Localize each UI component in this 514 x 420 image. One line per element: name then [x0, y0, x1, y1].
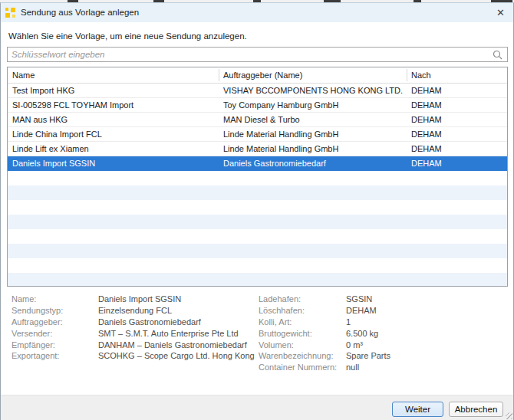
weiter-button[interactable]: Weiter [392, 402, 443, 417]
abbrechen-button[interactable]: Abbrechen [449, 402, 503, 417]
detail-value: 1 [346, 317, 351, 326]
table-row[interactable]: Test Import HKG VISHAY BCCOMPONENTS HONG… [8, 84, 507, 98]
empty-row [8, 258, 507, 273]
dialog-footer: Weiter Abbrechen [1, 395, 513, 420]
detail-value: SGSIN [346, 294, 372, 304]
detail-label: Volumen: [259, 340, 346, 349]
search-input[interactable] [8, 48, 507, 61]
table-row[interactable]: Linde China Import FCL Linde Material Ha… [8, 127, 507, 142]
empty-row [8, 215, 507, 229]
detail-value: DANHAM – Daniels Gastronomiebedarf [98, 340, 247, 349]
details-left-column: Name:Daniels Import SGSIN Sendungstyp:Ei… [12, 294, 249, 362]
detail-value: Spare Parts [346, 351, 390, 360]
detail-label: Auftraggeber: [12, 317, 98, 326]
detail-label: Versender: [12, 329, 98, 338]
detail-value: null [346, 363, 359, 372]
close-icon[interactable]: ✕ [494, 6, 507, 19]
table-header: Name Auftraggeber (Name) Nach [8, 67, 507, 84]
column-divider [219, 69, 219, 81]
detail-value: DEHAM [346, 306, 377, 315]
template-table: Name Auftraggeber (Name) Nach Test Impor… [7, 67, 508, 287]
create-shipment-from-template-dialog: Sendung aus Vorlage anlegen ✕ Wählen Sie… [0, 2, 514, 420]
empty-row [8, 244, 507, 258]
table-row[interactable]: Linde Lift ex Xiamen Linde Material Hand… [8, 142, 507, 156]
table-row[interactable]: SI-005298 FCL TOYHAM Import Toy Company … [8, 98, 507, 113]
detail-label: Ladehafen: [259, 294, 346, 304]
search-box [7, 47, 508, 62]
empty-row [8, 185, 507, 200]
empty-row [8, 229, 507, 244]
table-row[interactable]: MAN aus HKG MAN Diesel & Turbo DEHAM [8, 113, 507, 127]
detail-label: Sendungstyp: [12, 306, 98, 315]
column-header-name[interactable]: Name [8, 67, 219, 83]
detail-value: SCOHKG – Scope Cargo Ltd. Hong Kong [98, 351, 255, 360]
empty-row [8, 273, 507, 287]
detail-label: Warenbezeichnung: [259, 351, 346, 360]
detail-label: Löschhafen: [259, 306, 346, 315]
details-right-column: Ladehafen:SGSIN Löschhafen:DEHAM Kolli, … [259, 294, 504, 373]
detail-value: 6.500 kg [346, 329, 378, 338]
dialog-title: Sendung aus Vorlage anlegen [21, 8, 139, 17]
resize-grip[interactable] [506, 412, 512, 419]
detail-label: Exportagent: [12, 351, 98, 360]
screen: Sendung aus Vorlage anlegen ✕ Wählen Sie… [0, 0, 514, 420]
detail-label: Empfänger: [12, 340, 98, 349]
dialog-titlebar[interactable]: Sendung aus Vorlage anlegen ✕ [1, 3, 513, 22]
detail-value: Einzelsendung FCL [98, 306, 172, 315]
detail-label: Name: [12, 294, 98, 304]
empty-row [8, 171, 507, 185]
search-icon [493, 50, 502, 60]
detail-value: Daniels Gastronomiebedarf [98, 317, 201, 326]
column-divider [407, 69, 407, 81]
detail-label: Kolli, Art: [259, 317, 346, 326]
column-header-auftraggeber[interactable]: Auftraggeber (Name) [219, 67, 407, 83]
detail-value: 0 m³ [346, 340, 363, 349]
table-row-selected[interactable]: Daniels Import SGSIN Daniels Gastronomie… [8, 156, 507, 171]
column-header-nach[interactable]: Nach [407, 67, 507, 83]
detail-label: Container Nummern: [259, 363, 346, 372]
detail-value: SMT – S.M.T. Auto Enterprise Pte Ltd [98, 329, 239, 338]
empty-row [8, 200, 507, 215]
instruction-text: Wählen Sie eine Vorlage, um eine neue Se… [8, 31, 247, 41]
app-icon [5, 8, 15, 18]
detail-value: Daniels Import SGSIN [98, 294, 181, 304]
detail-label: Bruttogewicht: [259, 329, 346, 338]
